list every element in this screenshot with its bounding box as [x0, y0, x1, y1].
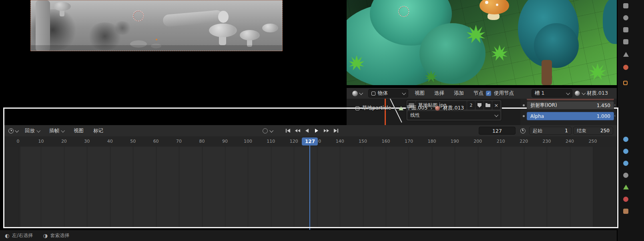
menu-playback[interactable]: 回放: [20, 127, 44, 134]
alpha-slider[interactable]: Alpha 1.000: [527, 112, 614, 120]
preview-range-button[interactable]: [518, 127, 528, 135]
frame-gridline: [570, 147, 570, 228]
ruler-tick-label: 80: [199, 139, 205, 144]
menu-playback-label: 回放: [25, 127, 35, 134]
frame-gridline: [593, 147, 593, 228]
ior-slider[interactable]: 折射率(IOR) 1.450: [527, 101, 614, 110]
viewport-3d-region[interactable]: [347, 0, 617, 85]
play-reverse-button[interactable]: [303, 127, 311, 135]
status-bar: ◐ 左/右选择 ◑ 套索选择: [0, 230, 617, 241]
triangle-left-icon: [298, 129, 300, 132]
interpolation-dropdown[interactable]: 线性: [407, 111, 500, 120]
render-icon[interactable]: [623, 15, 628, 20]
expand-arrow[interactable]: ‹: [614, 113, 616, 118]
menu-select[interactable]: 选择: [429, 90, 449, 97]
chevron-down-icon: [269, 128, 273, 132]
scene-icon[interactable]: [623, 52, 629, 57]
node-wire-orange: [385, 99, 386, 125]
fake-user-button[interactable]: [475, 101, 484, 110]
3d-cursor: [399, 6, 409, 17]
menu-add[interactable]: 添加: [449, 90, 469, 97]
object-icon[interactable]: [623, 81, 628, 85]
prev-keyframe-button[interactable]: [293, 127, 302, 135]
slot-dropdown[interactable]: 槽 1: [532, 89, 572, 98]
bar-icon: [286, 129, 287, 133]
tree-trunk: [542, 60, 552, 85]
object-data-icon[interactable]: [623, 185, 629, 189]
current-frame-field[interactable]: 127: [479, 127, 516, 135]
jump-to-end-button[interactable]: [331, 127, 340, 135]
menu-keying[interactable]: 插帧: [44, 127, 69, 134]
object-icon: [371, 92, 375, 96]
play-button[interactable]: [312, 127, 321, 135]
menu-view[interactable]: 视图: [410, 90, 429, 97]
chevron-down-icon: [494, 113, 498, 117]
frame-gridline: [133, 147, 133, 228]
frame-gridline: [294, 147, 294, 228]
properties-tab-bar: [617, 0, 644, 241]
menu-marker[interactable]: 标记: [88, 127, 108, 134]
menu-view[interactable]: 视图: [69, 127, 88, 134]
modifier-icon[interactable]: [623, 137, 628, 142]
frame-gridline: [110, 147, 110, 228]
triangle-right-icon: [327, 129, 329, 132]
animate-dot[interactable]: [523, 115, 525, 117]
ruler-tick-label: 230: [543, 139, 551, 144]
object-mode-dropdown[interactable]: 物体: [368, 89, 408, 98]
use-nodes-checkbox[interactable]: ✓ 使用节点: [486, 88, 514, 99]
ruler-tick-label: 20: [61, 139, 67, 144]
next-keyframe-button[interactable]: [322, 127, 331, 135]
material-icon: [575, 91, 580, 96]
status-hint-left: 左/右选择: [12, 232, 33, 239]
frame-gridline: [248, 147, 248, 228]
editor-type-button[interactable]: [5, 127, 21, 135]
world-icon[interactable]: [623, 65, 628, 70]
frame-gridline: [455, 147, 455, 228]
origin-dot: [156, 39, 157, 40]
ruler-tick-label: 90: [222, 139, 228, 144]
menu-node[interactable]: 节点: [469, 90, 488, 97]
material-icon: [435, 106, 440, 111]
partial-slider[interactable]: [527, 99, 614, 100]
frame-gridline: [271, 147, 271, 228]
ruler-tick-label: 190: [451, 139, 459, 144]
tool-icon[interactable]: [623, 3, 628, 8]
playhead[interactable]: [309, 145, 310, 228]
open-image-button[interactable]: [484, 101, 492, 110]
ruler-tick-label: 120: [290, 139, 298, 144]
view-layer-icon[interactable]: [623, 39, 628, 44]
checkbox-checked-icon: ✓: [486, 91, 491, 96]
constraints-icon[interactable]: [623, 173, 628, 178]
frame-start-field[interactable]: 起始 1: [529, 127, 572, 135]
alpha-label: Alpha: [530, 114, 544, 119]
user-count-button[interactable]: 2: [467, 101, 475, 110]
ruler-tick-label: 160: [382, 139, 390, 144]
jump-to-start-button[interactable]: [283, 127, 292, 135]
material-selector[interactable]: 材质.013: [575, 88, 608, 99]
physics-icon[interactable]: [623, 161, 628, 166]
out-of-range-shade: [593, 147, 617, 228]
object-icon: [355, 106, 359, 110]
unlink-button[interactable]: ×: [492, 101, 500, 110]
material-icon[interactable]: [623, 197, 628, 202]
particles-icon[interactable]: [623, 149, 628, 154]
current-frame-badge[interactable]: 127: [302, 137, 318, 145]
breadcrumb-object: 草地particle: [362, 105, 391, 112]
frame-gridline: [478, 147, 478, 228]
expand-arrow[interactable]: ‹: [614, 102, 616, 108]
animate-dot[interactable]: [523, 104, 525, 106]
log-end-shape: [218, 11, 229, 23]
frame-end-field[interactable]: 结束 250: [573, 127, 613, 135]
frame-gridline: [179, 147, 179, 228]
ruler-tick-label: 240: [566, 139, 574, 144]
editor-type-button[interactable]: [348, 89, 366, 98]
texture-icon[interactable]: [623, 209, 628, 214]
auto-keying-toggle[interactable]: [263, 125, 273, 136]
mushroom-cap: [240, 30, 260, 40]
breadcrumb: 草地particle › 平面.005 › 材质.013: [355, 105, 464, 112]
output-icon[interactable]: [623, 27, 628, 32]
frame-gridline: [432, 147, 432, 228]
triangle-right-icon: [315, 129, 318, 133]
mushroom-cap: [209, 24, 237, 37]
ior-label: 折射率(IOR): [530, 102, 557, 109]
